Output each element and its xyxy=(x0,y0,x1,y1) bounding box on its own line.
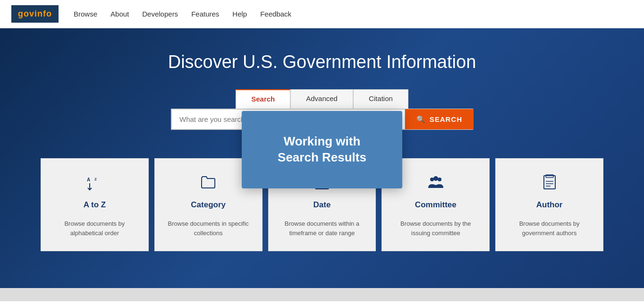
hero-title: Discover U.S. Government Information xyxy=(168,52,476,72)
hero-section: Discover U.S. Government Information Sea… xyxy=(0,28,644,288)
svg-point-9 xyxy=(433,176,438,181)
tab-citation[interactable]: Citation xyxy=(353,89,408,109)
nav-browse[interactable]: Browse xyxy=(74,10,97,18)
card-author-title: Author xyxy=(536,200,563,210)
tooltip-text: Working with Search Results xyxy=(278,134,366,164)
tab-advanced[interactable]: Advanced xyxy=(290,89,353,109)
a-to-z-icon: A Z xyxy=(86,174,103,195)
site-logo[interactable]: govinfo xyxy=(11,5,59,23)
card-a-to-z-title: A to Z xyxy=(84,200,106,210)
tab-search[interactable]: Search xyxy=(236,89,290,109)
committee-icon xyxy=(427,174,444,195)
nav-developers[interactable]: Developers xyxy=(142,10,178,18)
card-category-desc: Browse documents in specific collections xyxy=(164,219,253,238)
svg-point-7 xyxy=(430,178,434,181)
svg-text:A: A xyxy=(87,177,90,182)
svg-point-8 xyxy=(438,178,441,181)
below-fold: Recent Publications Features xyxy=(0,301,644,306)
card-committee-title: Committee xyxy=(415,200,457,210)
tooltip-popup: Working with Search Results xyxy=(242,111,402,188)
logo-gov: gov xyxy=(18,9,34,18)
card-date-title: Date xyxy=(314,200,331,210)
search-button[interactable]: 🔍 SEARCH xyxy=(405,109,474,129)
nav-about[interactable]: About xyxy=(110,10,129,18)
nav-help[interactable]: Help xyxy=(232,10,247,18)
card-author-desc: Browse documents by government authors xyxy=(505,219,593,238)
card-date-desc: Browse documents within a timeframe or d… xyxy=(278,219,366,238)
nav-links: Browse About Developers Features Help Fe… xyxy=(74,10,291,18)
card-committee-desc: Browse documents by the issuing committe… xyxy=(391,219,480,238)
search-button-label: SEARCH xyxy=(430,115,462,123)
card-author[interactable]: Author Browse documents by government au… xyxy=(495,158,603,251)
search-icon: 🔍 xyxy=(416,115,426,124)
logo-info: info xyxy=(34,9,52,18)
card-a-to-z[interactable]: A Z A to Z Browse documents by alphabeti… xyxy=(41,158,149,251)
bottom-bar xyxy=(0,288,644,301)
nav-feedback[interactable]: Feedback xyxy=(260,10,291,18)
search-tabs: Search Advanced Citation xyxy=(236,89,408,109)
card-a-to-z-desc: Browse documents by alphabetical order xyxy=(51,219,139,238)
category-icon xyxy=(200,174,217,195)
svg-text:Z: Z xyxy=(94,177,97,181)
card-category-title: Category xyxy=(191,200,226,210)
navbar: govinfo Browse About Developers Features… xyxy=(0,0,644,28)
nav-features[interactable]: Features xyxy=(191,10,219,18)
author-icon xyxy=(541,174,558,195)
